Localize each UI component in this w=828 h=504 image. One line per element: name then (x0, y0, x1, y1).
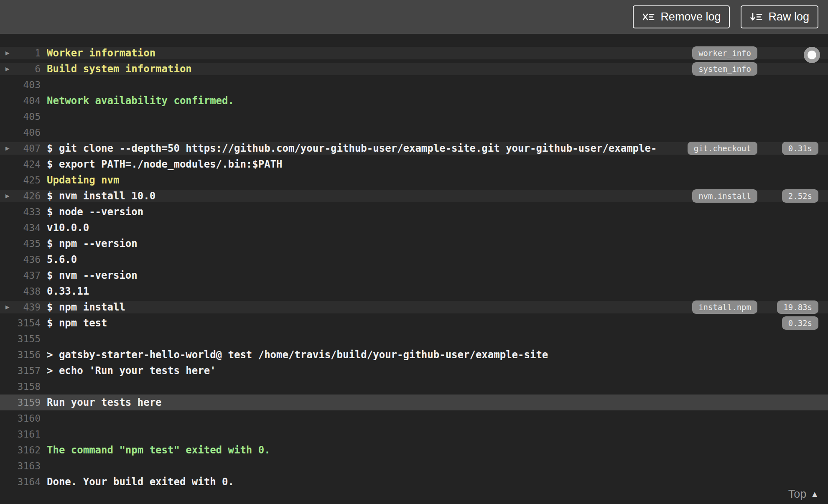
line-text: $ node --version (47, 206, 828, 218)
fold-arrow-icon[interactable]: ▶ (5, 193, 15, 199)
log-line: ▶ 436 5.6.0 (0, 252, 828, 267)
line-text: $ npm test (47, 317, 690, 329)
raw-log-icon (750, 12, 763, 22)
line-text: $ npm --version (47, 238, 828, 249)
line-number[interactable]: 3161 (15, 429, 41, 440)
line-number[interactable]: 404 (15, 95, 41, 106)
line-text: 5.6.0 (47, 254, 828, 265)
line-text: $ export PATH=./node_modules/.bin:$PATH (47, 158, 828, 170)
line-number[interactable]: 3155 (15, 333, 41, 344)
log-line: ▶ 426 $ nvm install 10.0 nvm.install 2.5… (0, 188, 828, 204)
line-text: $ nvm install 10.0 (47, 190, 690, 202)
fold-arrow-icon[interactable]: ▶ (5, 145, 15, 152)
line-text: v10.0.0 (47, 222, 828, 234)
raw-log-button[interactable]: Raw log (741, 5, 818, 28)
build-log: ▶ 1 Worker information worker_info ▶ 6 B… (0, 35, 828, 504)
line-number[interactable]: 3163 (15, 461, 41, 471)
log-line: ▶ 3154 $ npm test 0.32s (0, 315, 828, 331)
line-text: > echo 'Run your tests here' (47, 365, 828, 377)
line-number[interactable]: 406 (15, 127, 41, 138)
fold-tag[interactable]: nvm.install (692, 189, 757, 203)
log-line: ▶ 439 $ npm install install.npm 19.83s (0, 299, 828, 315)
log-line: ▶ 3155 (0, 331, 828, 347)
log-toolbar: Remove log Raw log (0, 0, 828, 34)
line-text: Updating nvm (47, 174, 828, 186)
line-number[interactable]: 407 (15, 143, 41, 154)
line-number[interactable]: 426 (15, 191, 41, 201)
line-number[interactable]: 403 (15, 79, 41, 90)
scroll-knob[interactable] (804, 47, 820, 63)
log-line: ▶ 6 Build system information system_info (0, 61, 828, 77)
log-line: ▶ 437 $ nvm --version (0, 267, 828, 283)
line-text: The command "npm test" exited with 0. (47, 444, 828, 456)
line-text: Network availability confirmed. (47, 95, 828, 107)
line-text: > gatsby-starter-hello-world@ test /home… (47, 349, 828, 361)
log-line: ▶ 3164 Done. Your build exited with 0. (0, 474, 828, 490)
log-line: ▶ 3163 (0, 458, 828, 474)
line-number[interactable]: 1 (15, 48, 41, 59)
line-number[interactable]: 3164 (15, 476, 41, 487)
log-line: ▶ 406 (0, 125, 828, 140)
log-line: ▶ 404 Network availability confirmed. (0, 93, 828, 109)
line-number[interactable]: 425 (15, 175, 41, 186)
top-label: Top (788, 488, 807, 501)
remove-log-label: Remove log (660, 10, 721, 23)
log-line: ▶ 3162 The command "npm test" exited wit… (0, 442, 828, 458)
fold-tag[interactable]: worker_info (692, 46, 757, 60)
line-number[interactable]: 405 (15, 111, 41, 122)
duration-badge: 0.31s (782, 142, 818, 155)
line-number[interactable]: 424 (15, 159, 41, 170)
log-line: ▶ 438 0.33.11 (0, 283, 828, 299)
log-line: ▶ 435 $ npm --version (0, 236, 828, 252)
line-number[interactable]: 3156 (15, 349, 41, 360)
line-number[interactable]: 434 (15, 222, 41, 233)
duration-badge: 0.32s (782, 316, 818, 330)
fold-tag[interactable]: install.npm (692, 300, 757, 314)
line-number[interactable]: 3159 (15, 397, 41, 408)
line-text: $ git clone --depth=50 https://github.co… (47, 143, 690, 154)
raw-log-label: Raw log (768, 10, 809, 23)
line-number[interactable]: 3157 (15, 365, 41, 376)
fold-arrow-icon[interactable]: ▶ (5, 66, 15, 72)
line-number[interactable]: 3158 (15, 381, 41, 392)
log-line: ▶ 424 $ export PATH=./node_modules/.bin:… (0, 156, 828, 172)
line-number[interactable]: 433 (15, 206, 41, 217)
fold-tag[interactable]: system_info (692, 62, 757, 76)
log-line: ▶ 3160 (0, 410, 828, 426)
line-number[interactable]: 435 (15, 238, 41, 249)
log-line: ▶ 3159 Run your tests here (0, 395, 828, 410)
fold-arrow-icon[interactable]: ▶ (5, 50, 15, 56)
line-text: Build system information (47, 63, 690, 75)
line-number[interactable]: 436 (15, 254, 41, 265)
log-line: ▶ 1 Worker information worker_info (0, 45, 828, 61)
line-number[interactable]: 437 (15, 270, 41, 281)
duration-badge: 19.83s (777, 300, 818, 314)
line-number[interactable]: 3154 (15, 318, 41, 328)
log-line: ▶ 433 $ node --version (0, 204, 828, 220)
log-line: ▶ 403 (0, 77, 828, 93)
log-line: ▶ 3157 > echo 'Run your tests here' (0, 363, 828, 379)
line-number[interactable]: 439 (15, 302, 41, 313)
line-number[interactable]: 6 (15, 64, 41, 74)
remove-log-button[interactable]: Remove log (633, 5, 730, 28)
log-line: ▶ 434 v10.0.0 (0, 220, 828, 236)
line-text: 0.33.11 (47, 285, 828, 297)
line-text: Done. Your build exited with 0. (47, 476, 828, 488)
line-text: Run your tests here (47, 397, 828, 408)
top-arrow-icon: ▲ (810, 489, 819, 499)
log-line: ▶ 425 Updating nvm (0, 172, 828, 188)
log-line: ▶ 405 (0, 109, 828, 125)
line-number[interactable]: 3160 (15, 413, 41, 424)
line-text: Worker information (47, 47, 690, 59)
fold-arrow-icon[interactable]: ▶ (5, 304, 15, 311)
remove-log-icon (642, 12, 655, 22)
log-line: ▶ 3161 (0, 426, 828, 442)
back-to-top-link[interactable]: Top ▲ (788, 488, 819, 501)
duration-badge: 2.52s (782, 189, 818, 203)
log-line: ▶ 3156 > gatsby-starter-hello-world@ tes… (0, 347, 828, 363)
line-text: $ npm install (47, 301, 690, 313)
line-number[interactable]: 3162 (15, 445, 41, 456)
line-number[interactable]: 438 (15, 286, 41, 297)
log-line: ▶ 407 $ git clone --depth=50 https://git… (0, 140, 828, 156)
fold-tag[interactable]: git.checkout (688, 142, 757, 155)
